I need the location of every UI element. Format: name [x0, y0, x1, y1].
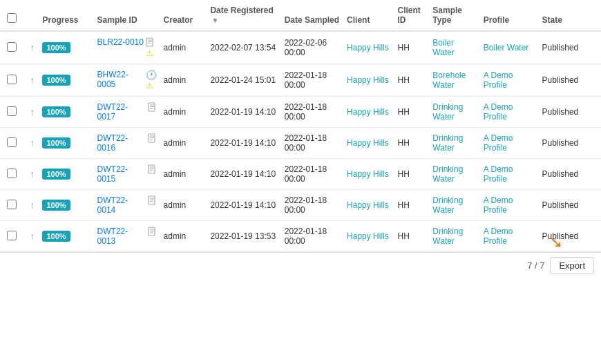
page-count: 7 / 7	[527, 260, 544, 271]
sample-type-link[interactable]: Drinking Water	[432, 133, 463, 153]
profile-link[interactable]: A Demo Profile	[484, 195, 513, 215]
sample-id-link[interactable]: DWT22-0014	[97, 195, 146, 215]
row-progress: 100%	[39, 159, 93, 190]
row-up-arrow[interactable]: ↑	[23, 128, 39, 159]
client-link[interactable]: Happy Hills	[347, 75, 389, 85]
row-creator: admin	[160, 31, 207, 64]
row-date-sampled: 2022-01-18 00:00	[281, 190, 343, 221]
row-progress: 100%	[39, 221, 93, 252]
header-check[interactable]	[0, 0, 23, 31]
row-client: Happy Hills	[343, 64, 394, 97]
row-client-id: HH	[394, 64, 430, 97]
client-link[interactable]: Happy Hills	[347, 169, 389, 179]
up-arrow-icon[interactable]: ↑	[27, 169, 38, 180]
state-badge: Published	[542, 138, 579, 148]
sample-id-link[interactable]: DWT22-0017	[97, 102, 146, 122]
row-checkbox[interactable]	[7, 169, 17, 178]
profile-link[interactable]: A Demo Profile	[484, 164, 513, 184]
sample-type-link[interactable]: Borehole Water	[432, 70, 466, 90]
row-client: Happy Hills	[343, 128, 394, 159]
sample-id-link[interactable]: BLR22-0010	[97, 37, 144, 47]
profile-link[interactable]: A Demo Profile	[484, 227, 513, 246]
row-sample-id: BLR22-0010 ⚠	[94, 31, 160, 64]
row-client-id: HH	[394, 31, 430, 64]
client-link[interactable]: Happy Hills	[347, 200, 389, 210]
row-checkbox[interactable]	[7, 137, 17, 147]
profile-link[interactable]: Boiler Water	[484, 43, 529, 52]
row-progress: 100%	[39, 64, 93, 97]
doc-icon	[148, 195, 157, 206]
row-up-arrow[interactable]: ↑	[23, 31, 39, 64]
sample-type-link[interactable]: Drinking Water	[432, 102, 463, 122]
profile-link[interactable]: A Demo Profile	[484, 133, 513, 153]
row-checkbox[interactable]	[7, 42, 17, 52]
header-progress: Progress	[39, 0, 93, 31]
select-all-checkbox[interactable]	[7, 13, 17, 23]
progress-badge: 100%	[42, 231, 70, 242]
row-checkbox[interactable]	[7, 75, 17, 84]
sample-id-link[interactable]: DWT22-0015	[97, 164, 146, 184]
row-up-arrow[interactable]: ↑	[23, 221, 39, 252]
client-link[interactable]: Happy Hills	[347, 43, 389, 52]
sample-type-link[interactable]: Drinking Water	[432, 227, 463, 246]
progress-badge: 100%	[42, 75, 70, 86]
row-profile: A Demo Profile	[480, 190, 539, 221]
row-client: Happy Hills	[343, 159, 394, 190]
export-button[interactable]: Export	[550, 257, 594, 274]
sample-id-link[interactable]: BHW22-0005	[97, 70, 144, 89]
row-client-id: HH	[394, 128, 430, 159]
row-date-sampled: 2022-01-18 00:00	[281, 64, 343, 97]
sample-id-link[interactable]: DWT22-0016	[97, 133, 146, 153]
row-up-arrow[interactable]: ↑	[23, 159, 39, 190]
row-creator: admin	[160, 128, 207, 159]
client-link[interactable]: Happy Hills	[347, 231, 389, 241]
up-arrow-icon[interactable]: ↑	[27, 137, 38, 149]
doc-icon	[148, 102, 157, 113]
main-table-container: Progress Sample ID Creator Date Register…	[0, 0, 601, 278]
sample-id-part: BHW22-0005	[97, 70, 144, 89]
row-checkbox[interactable]	[7, 231, 17, 240]
up-arrow-icon[interactable]: ↑	[27, 200, 38, 211]
doc-icon	[148, 133, 157, 144]
sample-id-part: DWT22-0015	[97, 164, 146, 184]
row-icons	[148, 164, 157, 175]
header-date-registered[interactable]: Date Registered ▼	[207, 0, 280, 31]
up-arrow-icon[interactable]: ↑	[27, 75, 38, 86]
header-profile: Profile	[480, 0, 539, 31]
row-date-registered: 2022-01-24 15:01	[207, 64, 280, 97]
row-date-sampled: 2022-01-18 00:00	[281, 128, 343, 159]
row-sample-id: DWT22-0013	[94, 221, 160, 252]
table-row: ↑100% DWT22-0014 admin2022-01-19 14:1020…	[0, 190, 601, 221]
row-checkbox[interactable]	[7, 200, 17, 209]
row-state: Published	[539, 31, 601, 64]
row-checkbox[interactable]	[7, 106, 17, 116]
progress-badge: 100%	[42, 106, 70, 117]
row-up-arrow[interactable]: ↑	[23, 64, 39, 97]
row-profile: A Demo Profile	[480, 221, 539, 252]
header-state: State	[539, 0, 601, 31]
up-arrow-icon[interactable]: ↑	[27, 231, 38, 242]
row-client: Happy Hills	[343, 97, 394, 128]
sample-type-link[interactable]: Boiler Water	[432, 38, 455, 57]
row-date-sampled: 2022-01-18 00:00	[281, 97, 343, 128]
client-link[interactable]: Happy Hills	[347, 138, 389, 148]
row-profile: A Demo Profile	[480, 97, 539, 128]
sample-type-link[interactable]: Drinking Water	[432, 164, 463, 184]
row-up-arrow[interactable]: ↑	[23, 190, 39, 221]
row-client-id: HH	[394, 221, 430, 252]
doc-icon	[146, 37, 155, 48]
up-arrow-icon[interactable]: ↑	[27, 106, 38, 117]
table-header-row: Progress Sample ID Creator Date Register…	[0, 0, 601, 31]
row-up-arrow[interactable]: ↑	[23, 97, 39, 128]
row-checkbox-cell	[0, 31, 23, 64]
up-arrow-icon[interactable]: ↑	[27, 42, 38, 53]
profile-link[interactable]: A Demo Profile	[484, 102, 513, 122]
row-sample-type: Drinking Water	[429, 128, 479, 159]
profile-link[interactable]: A Demo Profile	[484, 70, 513, 90]
header-creator: Creator	[160, 0, 207, 31]
sample-id-link[interactable]: DWT22-0013	[97, 227, 146, 246]
sample-type-link[interactable]: Drinking Water	[432, 195, 463, 215]
client-link[interactable]: Happy Hills	[347, 107, 389, 117]
row-profile: A Demo Profile	[480, 64, 539, 97]
sample-id-part: DWT22-0013	[97, 227, 146, 246]
